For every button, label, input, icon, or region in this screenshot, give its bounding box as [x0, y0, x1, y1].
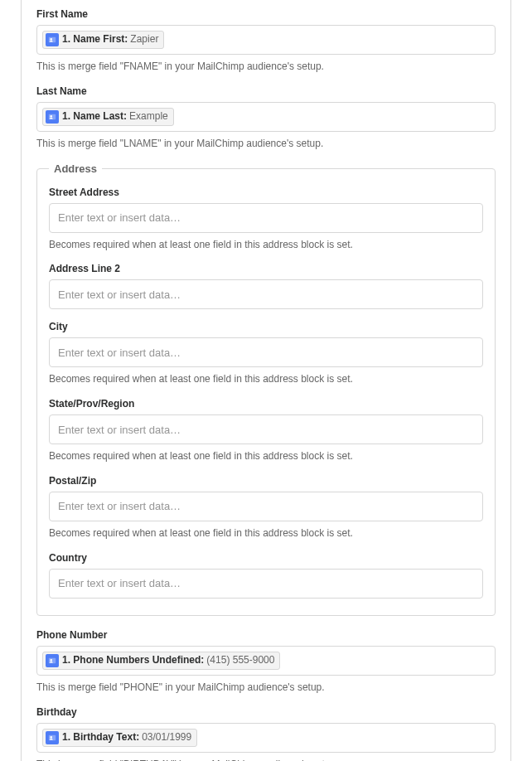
token-label: 1. Phone Numbers Undefined: — [62, 654, 204, 667]
phone-group: Phone Number 1. Phone Numbers Undefined:… — [36, 629, 496, 695]
first-name-input[interactable]: 1. Name First: Zapier — [36, 25, 496, 55]
last-name-token[interactable]: 1. Name Last: Example — [42, 108, 174, 126]
street-input[interactable]: Enter text or insert data… — [49, 203, 483, 233]
token-value: Zapier — [130, 33, 158, 46]
placeholder: Enter text or insert data… — [58, 500, 181, 512]
postal-help: Becomes required when at least one field… — [49, 526, 483, 540]
address-legend: Address — [49, 162, 102, 175]
street-help: Becomes required when at least one field… — [49, 238, 483, 252]
street-group: Street Address Enter text or insert data… — [49, 187, 483, 252]
country-label: Country — [49, 552, 483, 564]
state-label: State/Prov/Region — [49, 398, 483, 410]
svg-point-7 — [51, 735, 53, 738]
state-help: Becomes required when at least one field… — [49, 449, 483, 463]
phone-help: This is merge field "PHONE" in your Mail… — [36, 681, 496, 695]
last-name-group: Last Name 1. Name Last: Example This is … — [36, 85, 496, 151]
last-name-input[interactable]: 1. Name Last: Example — [36, 102, 496, 132]
birthday-label: Birthday — [36, 706, 496, 718]
placeholder: Enter text or insert data… — [58, 211, 181, 224]
form-panel: First Name 1. Name First: Zapier This is… — [21, 0, 511, 761]
birthday-token[interactable]: 1. Birthday Text: 03/01/1999 — [42, 729, 197, 747]
country-group: Country Enter text or insert data… — [49, 552, 483, 599]
contact-icon — [46, 110, 59, 124]
placeholder: Enter text or insert data… — [58, 424, 181, 436]
phone-token[interactable]: 1. Phone Numbers Undefined: (415) 555-90… — [42, 652, 280, 670]
line2-input[interactable]: Enter text or insert data… — [49, 279, 483, 309]
last-name-label: Last Name — [36, 85, 496, 97]
line2-group: Address Line 2 Enter text or insert data… — [49, 263, 483, 309]
state-group: State/Prov/Region Enter text or insert d… — [49, 398, 483, 463]
first-name-label: First Name — [36, 8, 496, 20]
phone-label: Phone Number — [36, 629, 496, 641]
first-name-group: First Name 1. Name First: Zapier This is… — [36, 8, 496, 74]
state-input[interactable]: Enter text or insert data… — [49, 414, 483, 444]
token-value: Example — [129, 110, 168, 124]
postal-label: Postal/Zip — [49, 475, 483, 487]
svg-point-1 — [51, 38, 53, 41]
city-input[interactable]: Enter text or insert data… — [49, 337, 483, 367]
svg-point-5 — [51, 659, 53, 662]
svg-point-3 — [51, 115, 53, 118]
city-group: City Enter text or insert data… Becomes … — [49, 321, 483, 386]
token-value: 03/01/1999 — [142, 731, 191, 744]
postal-input[interactable]: Enter text or insert data… — [49, 492, 483, 521]
contact-icon — [46, 731, 59, 744]
birthday-group: Birthday 1. Birthday Text: 03/01/1999 Th… — [36, 706, 496, 761]
city-help: Becomes required when at least one field… — [49, 372, 483, 386]
first-name-token[interactable]: 1. Name First: Zapier — [42, 31, 164, 49]
placeholder: Enter text or insert data… — [58, 288, 181, 301]
address-fieldset: Address Street Address Enter text or ins… — [36, 162, 496, 616]
birthday-input[interactable]: 1. Birthday Text: 03/01/1999 — [36, 723, 496, 753]
postal-group: Postal/Zip Enter text or insert data… Be… — [49, 475, 483, 540]
street-label: Street Address — [49, 187, 483, 198]
token-label: 1. Birthday Text: — [62, 731, 139, 744]
token-label: 1. Name First: — [62, 33, 128, 46]
country-input[interactable]: Enter text or insert data… — [49, 569, 483, 599]
token-label: 1. Name Last: — [62, 110, 127, 124]
city-label: City — [49, 321, 483, 332]
last-name-help: This is merge field "LNAME" in your Mail… — [36, 137, 496, 151]
phone-input[interactable]: 1. Phone Numbers Undefined: (415) 555-90… — [36, 646, 496, 676]
line2-label: Address Line 2 — [49, 263, 483, 274]
first-name-help: This is merge field "FNAME" in your Mail… — [36, 60, 496, 74]
placeholder: Enter text or insert data… — [58, 347, 181, 359]
birthday-help: This is merge field "BIRTHDAY" in your M… — [36, 758, 496, 761]
contact-icon — [46, 654, 59, 667]
placeholder: Enter text or insert data… — [58, 577, 181, 589]
contact-icon — [46, 33, 59, 46]
token-value: (415) 555-9000 — [206, 654, 274, 667]
